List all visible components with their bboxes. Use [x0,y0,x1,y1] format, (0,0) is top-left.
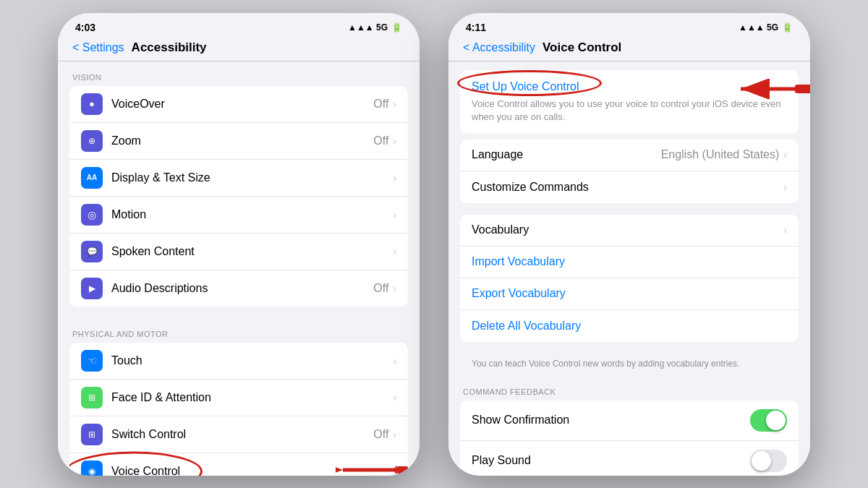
switch-icon: ⊞ [81,424,103,445]
vocabulary-row[interactable]: Vocabulary › [460,215,799,247]
right-page-title: Voice Control [542,40,621,55]
battery-icon: 🔋 [391,22,402,33]
left-content: VISION ● VoiceOver Off › ⊕ Zoom Off › AA… [58,61,420,476]
customize-chevron: › [783,181,787,193]
delete-vocab-label: Delete All Vocabulary [472,320,581,333]
physical-list: ☜ Touch › ⊞ Face ID & Attention › ⊞ Swit… [69,343,408,476]
audio-chevron: › [393,283,396,294]
setup-arrow-annotation [726,79,810,102]
svg-rect-2 [397,466,408,474]
zoom-value: Off [373,134,388,147]
right-signal-icon: ▲▲▲ 5G [739,22,778,33]
left-phone: 4:03 ▲▲▲ 5G 🔋 < Settings Accessibility V… [58,13,420,476]
svg-rect-7 [795,85,810,93]
switch-item[interactable]: ⊞ Switch Control Off › [69,416,408,453]
right-back-button[interactable]: < Accessibility [463,41,535,54]
right-status-icons: ▲▲▲ 5G 🔋 [739,22,793,33]
language-chevron: › [783,149,787,160]
touch-chevron: › [393,355,396,367]
switch-value: Off [373,428,388,441]
touch-icon: ☜ [81,350,103,372]
vocabulary-label: Vocabulary [472,223,783,236]
zoom-label: Zoom [111,134,373,147]
right-status-bar: 4:11 ▲▲▲ 5G 🔋 [448,13,810,36]
right-phone: 4:11 ▲▲▲ 5G 🔋 < Accessibility Voice Cont… [448,13,810,476]
left-status-bar: 4:03 ▲▲▲ 5G 🔋 [58,13,420,36]
motion-icon: ◎ [81,204,103,226]
vocab-group: Vocabulary › Import Vocabulary Export Vo… [460,215,799,342]
delete-vocab-row[interactable]: Delete All Vocabulary [460,310,799,342]
zoom-icon: ⊕ [81,130,103,152]
audio-label: Audio Descriptions [111,282,373,295]
right-content: Set Up Voice Control Voice Control allow… [448,61,810,476]
export-vocab-label: Export Vocabulary [472,287,566,300]
physical-section-header: PHYSICAL AND MOTOR [58,318,420,343]
spoken-label: Spoken Content [111,245,393,258]
faceid-label: Face ID & Attention [111,391,393,404]
spoken-chevron: › [393,246,396,257]
language-row[interactable]: Language English (United States) › [460,140,799,171]
left-time: 4:03 [75,22,95,33]
touch-item[interactable]: ☜ Touch › [69,343,408,380]
signal-icon: ▲▲▲ 5G [348,22,388,33]
left-status-icons: ▲▲▲ 5G 🔋 [348,22,402,33]
vocab-hint-text: You can teach Voice Control new words by… [448,354,810,377]
touch-label: Touch [111,354,393,367]
export-vocab-row[interactable]: Export Vocabulary [460,278,799,310]
customize-row[interactable]: Customize Commands › [460,171,799,203]
voiceover-label: VoiceOver [111,98,373,111]
import-vocab-row[interactable]: Import Vocabulary [460,247,799,278]
right-time: 4:11 [466,22,486,33]
voiceover-value: Off [373,98,388,111]
switch-label: Switch Control [111,428,373,441]
audio-icon: ▶ [81,278,103,299]
play-sound-knob [752,451,771,471]
zoom-item[interactable]: ⊕ Zoom Off › [69,123,408,160]
left-nav-bar: < Settings Accessibility [58,36,420,61]
cmd-feedback-group: Show Confirmation Play Sound Show Hints [460,401,799,476]
faceid-item[interactable]: ⊞ Face ID & Attention › [69,380,408,416]
zoom-chevron: › [393,135,396,147]
import-vocab-label: Import Vocabulary [472,255,565,268]
show-confirmation-label: Show Confirmation [472,414,750,427]
voiceover-item[interactable]: ● VoiceOver Off › [69,86,408,123]
play-sound-label: Play Sound [472,454,750,467]
display-item[interactable]: AA Display & Text Size › [69,160,408,197]
voicectrl-icon: ◉ [81,461,103,476]
left-arrow-annotation [336,459,408,476]
vision-list: ● VoiceOver Off › ⊕ Zoom Off › AA Displa… [69,86,408,307]
play-sound-row[interactable]: Play Sound [460,441,799,476]
voiceover-icon: ● [81,93,103,115]
show-confirmation-toggle[interactable] [750,409,787,432]
right-battery-icon: 🔋 [782,22,793,33]
settings-group: Language English (United States) › Custo… [460,140,799,203]
language-value: English (United States) [661,148,780,161]
customize-label: Customize Commands [472,181,783,194]
display-chevron: › [393,172,396,184]
faceid-chevron: › [393,392,396,403]
play-sound-toggle[interactable] [750,450,787,472]
motion-label: Motion [111,208,393,221]
language-label: Language [472,148,661,161]
show-confirmation-row[interactable]: Show Confirmation [460,401,799,441]
voicectrl-item[interactable]: ◉ Voice Control › [69,453,408,476]
voiceover-chevron: › [393,98,396,110]
left-page-title: Accessibility [132,40,207,55]
audio-item[interactable]: ▶ Audio Descriptions Off › [69,270,408,307]
spoken-icon: 💬 [81,241,103,262]
faceid-icon: ⊞ [81,387,103,408]
vocabulary-chevron: › [783,224,787,236]
show-confirmation-knob [766,411,786,430]
vision-section-header: VISION [58,61,420,86]
left-back-button[interactable]: < Settings [72,41,124,54]
setup-card: Set Up Voice Control Voice Control allow… [460,70,799,134]
display-label: Display & Text Size [111,171,393,184]
cmd-feedback-header: COMMAND FEEDBACK [448,377,810,401]
audio-value: Off [373,282,388,295]
right-nav-bar: < Accessibility Voice Control [448,36,810,61]
motion-item[interactable]: ◎ Motion › [69,197,408,234]
display-icon: AA [81,167,103,189]
spoken-item[interactable]: 💬 Spoken Content › [69,234,408,270]
switch-chevron: › [393,429,396,440]
motion-chevron: › [393,209,396,221]
